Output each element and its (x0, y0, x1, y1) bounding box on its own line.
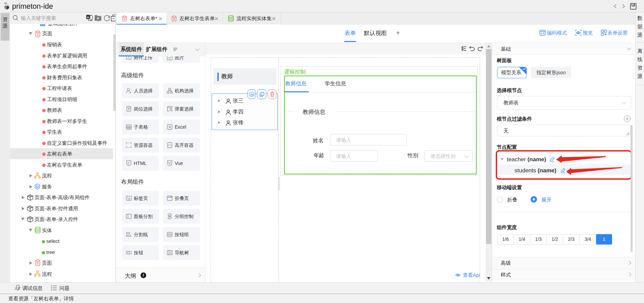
svg-text:in: in (87, 16, 89, 19)
svg-text:BTN: BTN (127, 252, 130, 254)
svg-text:Tab: Tab (127, 198, 131, 200)
svg-text:BTN: BTN (168, 234, 171, 235)
svg-text:5: 5 (128, 162, 129, 165)
